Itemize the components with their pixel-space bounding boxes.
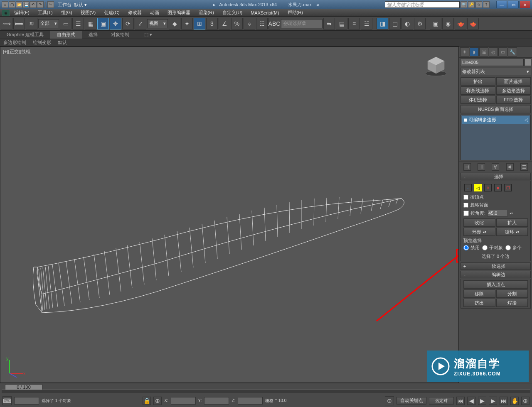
layers-icon[interactable]: ≡ (348, 18, 360, 29)
unlink-tool-icon[interactable]: ⟾ (13, 18, 25, 29)
preview-multi-radio[interactable] (505, 245, 511, 250)
teapot-icon[interactable]: 🫖 (455, 18, 466, 29)
named-sel2-icon[interactable]: ABC (268, 18, 280, 29)
rollout-editedge-header[interactable]: -编辑边 (461, 271, 531, 278)
selection-set-input[interactable]: 创建选择集 (281, 19, 323, 28)
preview-disable-radio[interactable] (463, 245, 469, 250)
create-tab-icon[interactable]: ☀ (460, 47, 469, 56)
hierarchy-tab-icon[interactable]: 品 (479, 47, 488, 56)
stack-item-editable-poly[interactable]: ◼可编辑多边形 ◁ (462, 116, 530, 124)
lock-icon[interactable]: 🔒 (143, 397, 151, 405)
tab-graphite[interactable]: Graphite 建模工具 (0, 31, 50, 39)
configure-icon[interactable]: ☰ (520, 163, 528, 171)
maximize-button[interactable]: ▭ (508, 1, 519, 8)
goto-start-icon[interactable]: ⏮ (456, 397, 465, 405)
make-unique-icon[interactable]: ∀ (492, 163, 499, 171)
z-coord-input[interactable] (238, 397, 263, 405)
app-icon[interactable]: ⌂ (2, 1, 8, 8)
bind-tool-icon[interactable]: ≋ (26, 18, 37, 29)
select-name-icon[interactable]: ☰ (72, 18, 84, 29)
undo-icon[interactable]: ↶ (30, 1, 37, 8)
snap-toggle-icon[interactable]: ⊞ (194, 18, 205, 29)
timeline[interactable]: 0 / 100 (0, 383, 532, 393)
manip-icon[interactable]: ✦ (181, 18, 193, 29)
menu-custom[interactable]: 自定义(U) (218, 9, 246, 17)
named-sel-icon[interactable]: ☷ (256, 18, 268, 29)
scale-icon[interactable]: ⤢ (135, 18, 146, 29)
workspace-label[interactable]: 工作台: 默认 (58, 2, 83, 8)
rollout-softsel-header[interactable]: +软选择 (461, 262, 531, 270)
curve-editor-icon[interactable]: ◨ (377, 18, 388, 29)
select-icon[interactable]: ▭ (60, 18, 71, 29)
render-prod-icon[interactable]: ◉ (442, 18, 454, 29)
preset-polysel[interactable]: 多边形选择 (496, 86, 531, 95)
redo-icon[interactable]: ↷ (37, 1, 44, 8)
preset-ffdsel[interactable]: FFD 选择 (496, 96, 531, 104)
subtab-deform[interactable]: 绘制变形 (30, 39, 54, 47)
prev-frame-icon[interactable]: ◀ (467, 397, 475, 405)
grow-button[interactable]: 扩大 (496, 218, 528, 227)
link-tool-icon[interactable]: ⟿ (1, 18, 12, 29)
pin-stack-icon[interactable]: ⊣ (463, 163, 471, 171)
arc-rotate-icon[interactable]: ⊕ (521, 397, 530, 405)
preset-extrude[interactable]: 挤出 (461, 77, 495, 86)
percent-snap-icon[interactable]: % (231, 18, 243, 29)
time-slider[interactable]: 0 / 100 (5, 384, 42, 390)
subobj-polygon-icon[interactable]: ■ (494, 184, 502, 191)
modifier-list-combo[interactable]: 修改器列表▾ (460, 68, 531, 75)
menu-anim[interactable]: 动画 (146, 9, 163, 17)
rollout-selection-header[interactable]: -选择 (461, 173, 531, 180)
modify-tab-icon[interactable]: ◗ (470, 47, 479, 56)
subobj-edge-icon[interactable]: ◁ (474, 184, 482, 191)
window-crossing-icon[interactable]: ▣ (97, 18, 109, 29)
tab-freeform[interactable]: 自由形式 (50, 31, 82, 39)
remove-mod-icon[interactable]: ✖ (506, 163, 514, 171)
schematic-icon[interactable]: ◫ (389, 18, 401, 29)
remove-button[interactable]: 移除 (463, 289, 495, 298)
selection-filter-combo[interactable]: 全部▾ (38, 19, 59, 28)
app-menu-icon[interactable]: ◉ (2, 10, 10, 16)
star-icon[interactable]: ☆ (475, 1, 482, 8)
modifier-stack[interactable]: ◼可编辑多边形 ◁ (461, 115, 531, 160)
search-input[interactable]: 键入关键字或短语 (385, 1, 460, 8)
next-frame-icon[interactable]: ▶ (489, 397, 497, 405)
split-button[interactable]: 分割 (496, 289, 528, 298)
subobj-border-icon[interactable]: ◊ (484, 184, 492, 191)
menu-group[interactable]: 组(G) (57, 9, 76, 17)
loop-button[interactable]: 循环▴▾ (496, 228, 528, 236)
menu-tools[interactable]: 工具(T) (34, 9, 57, 17)
help-icon[interactable]: ? (483, 1, 490, 8)
preset-volsel[interactable]: 体积选择 (461, 96, 495, 104)
pan-icon[interactable]: ✋ (510, 397, 519, 405)
ring-button[interactable]: 环形▴▾ (463, 228, 495, 236)
menu-modifier[interactable]: 修改器 (124, 9, 146, 17)
key-mode-icon[interactable]: ⊙ (385, 396, 394, 405)
play-icon[interactable]: ▶ (478, 397, 486, 405)
minimize-button[interactable]: — (496, 1, 507, 8)
subtab-default[interactable]: 默认 (54, 39, 70, 47)
ignore-back-check[interactable] (463, 203, 468, 208)
tab-select[interactable]: 选择 (82, 31, 104, 39)
preset-splinesel[interactable]: 样条线选择 (461, 86, 495, 95)
insert-vertex-button[interactable]: 插入顶点 (463, 280, 528, 289)
mirror-icon[interactable]: ⇋ (323, 18, 335, 29)
refcoord-combo[interactable]: 视图▾ (147, 19, 168, 28)
menu-help[interactable]: 帮助(H) (283, 9, 307, 17)
subtab-polydraw[interactable]: 多边形绘制 (0, 39, 30, 47)
show-end-icon[interactable]: Ⅱ (478, 163, 485, 171)
object-name-input[interactable]: Line005 (460, 59, 524, 66)
abs-rel-icon[interactable]: ⊕ (153, 397, 162, 405)
mini-listener[interactable] (14, 397, 39, 405)
y-coord-input[interactable] (204, 397, 229, 405)
autokey-button[interactable]: 自动关键点 (397, 397, 426, 405)
new-icon[interactable]: ▢ (9, 1, 15, 8)
menu-edit[interactable]: 编辑(E) (10, 9, 34, 17)
angle-spinner[interactable]: 45.0 (487, 210, 508, 216)
menu-maxscript[interactable]: MAXScript(M) (246, 10, 283, 16)
pivot-icon[interactable]: ◆ (169, 18, 180, 29)
x-coord-input[interactable] (171, 397, 196, 405)
render-frame-icon[interactable]: ▣ (430, 18, 441, 29)
teapot2-icon[interactable]: 🫖 (467, 18, 479, 29)
maxscript-mini-icon[interactable]: ⌨ (2, 396, 12, 405)
layer-mgr-icon[interactable]: ☱ (361, 18, 372, 29)
